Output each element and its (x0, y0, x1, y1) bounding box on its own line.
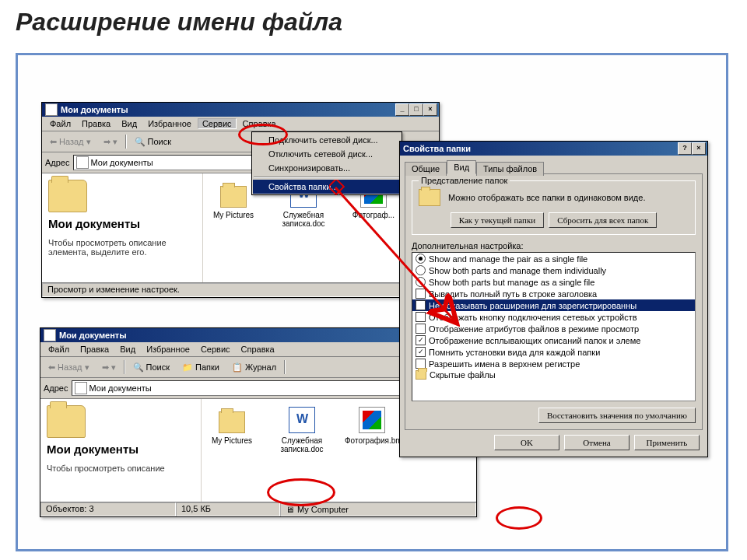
back-button[interactable]: ⬅ Назад ▾ (45, 136, 96, 148)
side-panel: Мои документы Чтобы просмотреть описание (40, 399, 202, 502)
restore-defaults-button[interactable]: Восстановить значения по умолчанию (538, 408, 696, 423)
setting-row[interactable]: Show both parts and manage them individu… (412, 264, 695, 276)
file-item[interactable]: Служебная записка.doc (275, 407, 329, 453)
setting-label: Отображение атрибутов файлов в режиме пр… (429, 324, 639, 334)
cancel-button[interactable]: Отмена (564, 435, 630, 450)
setting-row[interactable]: Отображать кнопку подключения сетевых ус… (412, 311, 695, 323)
forward-button[interactable]: ➡ ▾ (99, 136, 122, 148)
radio-icon (416, 254, 426, 264)
setting-label: Show and manage the pair as a single fil… (429, 254, 587, 264)
setting-row[interactable]: Show and manage the pair as a single fil… (412, 253, 695, 264)
setting-label: Помнить установки вида для каждой папки (429, 348, 600, 357)
advanced-settings-list[interactable]: Show and manage the pair as a single fil… (412, 252, 696, 401)
tab-Типы файлов[interactable]: Типы файлов (476, 162, 544, 176)
menu-правка[interactable]: Правка (77, 118, 115, 129)
folders-button[interactable]: 📁 Папки (177, 362, 224, 373)
status-location: 🖥 My Computer (280, 502, 476, 516)
menu-файл[interactable]: Файл (44, 344, 74, 355)
reset-all-button[interactable]: Сбросить для всех папок (549, 212, 657, 228)
file-item[interactable]: Фотография.bmp (345, 407, 399, 445)
menu-вид[interactable]: Вид (117, 118, 142, 129)
doc-icon (289, 407, 315, 433)
ok-button[interactable]: OK (494, 435, 559, 450)
radio-icon (416, 265, 426, 275)
setting-row[interactable]: Выводить полный путь в строке заголовка (412, 288, 695, 299)
file-label: Служебная записка.doc (275, 436, 329, 453)
setting-label: Не показывать расширения для зарегистрир… (429, 301, 637, 310)
file-label: Служебная записка.doc (276, 211, 331, 228)
window-title: Мои документы (61, 105, 128, 114)
like-current-button[interactable]: Как у текущей папки (451, 212, 545, 228)
setting-label: Выводить полный путь в строке заголовка (429, 289, 597, 299)
folder-icon (219, 411, 245, 433)
window-title: Мои документы (59, 331, 127, 340)
file-label: My Pictures (206, 211, 261, 219)
menu-item[interactable]: Подключить сетевой диск... (253, 133, 401, 147)
menu-избранное[interactable]: Избранное (142, 344, 195, 355)
setting-row[interactable]: ✓Отображение всплывающих описаний папок … (412, 334, 695, 346)
group-title: Представление папок (419, 176, 510, 185)
checkbox-icon: ✓ (416, 335, 426, 345)
minimize-button[interactable]: _ (395, 103, 409, 116)
forward-button[interactable]: ➡ ▾ (97, 362, 121, 373)
journal-button[interactable]: 📋 Журнал (227, 362, 281, 373)
setting-label: Show both parts and manage them individu… (429, 266, 606, 275)
apply-button[interactable]: Применить (634, 435, 700, 450)
folder-icon (45, 103, 58, 116)
tab-Общие[interactable]: Общие (405, 162, 447, 176)
radio-icon (416, 277, 426, 287)
menu-справка[interactable]: Справка (237, 344, 279, 355)
setting-row[interactable]: Разрешить имена в верхнем регистре (412, 358, 695, 369)
advanced-label: Дополнительная настройка: (412, 241, 696, 250)
menu-файл[interactable]: Файл (45, 118, 75, 129)
back-button[interactable]: ⬅ Назад ▾ (44, 362, 94, 373)
folder-options-dialog: Свойства папки ? × ОбщиеВидТипы файлов П… (399, 141, 708, 457)
address-field[interactable]: Мои документы (72, 380, 418, 396)
file-item[interactable]: My Pictures (205, 407, 259, 445)
setting-row[interactable]: Скрытые файлы (412, 369, 695, 380)
setting-row[interactable]: Не показывать расширения для зарегистрир… (412, 299, 695, 311)
folder-view-group: Представление папок Можно отображать все… (412, 180, 696, 235)
side-description: Чтобы просмотреть описание элемента, выд… (48, 238, 196, 257)
close-button[interactable]: × (423, 103, 437, 116)
checkbox-icon (416, 312, 426, 322)
folder-icon (48, 180, 87, 212)
setting-label: Show both parts but manage as a single f… (429, 278, 594, 287)
menu-item-folder-options[interactable]: Свойства папки... (253, 180, 401, 194)
dialog-title: Свойства папки (403, 144, 471, 153)
menu-сервис[interactable]: Сервис (196, 344, 235, 355)
tools-menu: Подключить сетевой диск...Отключить сете… (251, 131, 402, 195)
titlebar[interactable]: Мои документы _ □ × (42, 103, 439, 117)
search-button[interactable]: 🔍 Поиск (130, 136, 176, 148)
setting-row[interactable]: Отображение атрибутов файлов в режиме пр… (412, 323, 695, 334)
maximize-button[interactable]: □ (409, 103, 423, 116)
slide-title: Расширение имени файла (0, 0, 747, 44)
close-button[interactable]: × (692, 142, 706, 155)
titlebar[interactable]: Свойства папки ? × (400, 142, 707, 156)
side-panel: Мои документы Чтобы просмотреть описание… (42, 173, 203, 282)
menu-item[interactable]: Синхронизировать... (253, 161, 401, 175)
file-label: Фотография.bmp (345, 436, 399, 445)
menu-справка[interactable]: Справка (238, 118, 281, 129)
annotation-circle (496, 506, 542, 530)
checkbox-icon (416, 300, 426, 310)
menu-правка[interactable]: Правка (75, 344, 114, 355)
setting-row[interactable]: ✓Помнить установки вида для каждой папки (412, 346, 695, 358)
bmp-icon (359, 407, 385, 433)
statusbar: Просмотр и изменение настроек. (42, 282, 439, 297)
tab-Вид[interactable]: Вид (447, 160, 476, 174)
help-button[interactable]: ? (678, 142, 692, 155)
folder-icon (419, 189, 440, 206)
statusbar: Объектов: 3 10,5 КБ 🖥 My Computer (40, 502, 476, 516)
status-size: 10,5 КБ (176, 502, 280, 516)
menu-item[interactable]: Отключить сетевой диск... (253, 147, 401, 161)
menu-сервис[interactable]: Сервис (198, 118, 237, 129)
setting-row[interactable]: Show both parts but manage as a single f… (412, 276, 695, 288)
setting-label: Отображение всплывающих описаний папок и… (429, 336, 640, 345)
search-button[interactable]: 🔍 Поиск (128, 362, 174, 373)
group-text: Можно отображать все папки в одинаковом … (448, 193, 689, 202)
slide-frame: Мои документы _ □ × ФайлПравкаВидИзбранн… (16, 53, 728, 551)
folder-icon (75, 382, 87, 394)
menu-избранное[interactable]: Избранное (143, 118, 196, 129)
menu-вид[interactable]: Вид (115, 344, 140, 355)
